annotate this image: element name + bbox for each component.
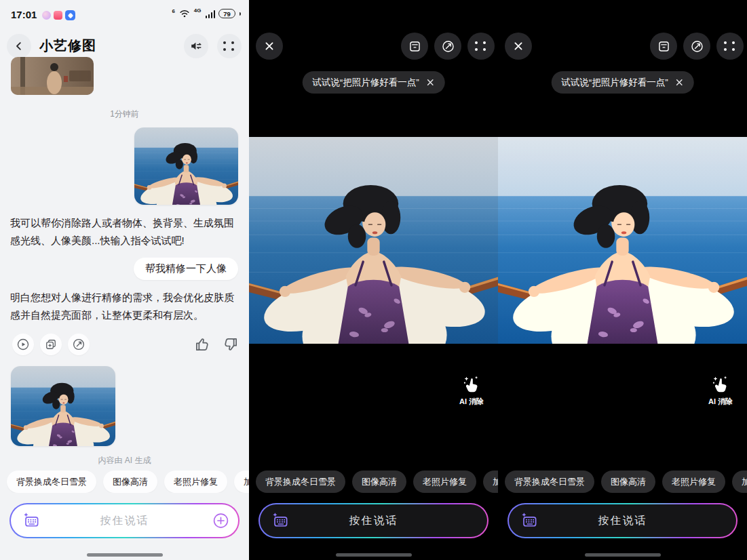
user-message-bubble: 帮我精修一下人像 xyxy=(134,258,238,280)
message-timestamp: 1分钟前 xyxy=(0,108,249,120)
sea-photo xyxy=(498,137,747,344)
ai-result-photo[interactable] xyxy=(11,366,115,446)
voice-hint-chip[interactable]: 试试说“把照片修好看一点” xyxy=(302,71,445,94)
close-icon xyxy=(263,39,276,53)
redo-arrow-icon xyxy=(690,39,704,54)
thumbs-up-icon[interactable] xyxy=(193,336,211,353)
more-menu-button[interactable] xyxy=(716,33,744,60)
regenerate-button[interactable] xyxy=(68,334,90,355)
ai-message: 我可以帮你消除路人或者物体、换背景、生成氛围感光线、人像美颜...快输入指令试试… xyxy=(10,214,241,249)
screen: 17:01 6 4G 79 xyxy=(0,0,747,560)
save-icon xyxy=(657,39,671,54)
save-button[interactable] xyxy=(401,33,428,60)
more-menu-button[interactable] xyxy=(467,33,495,60)
notification-icons xyxy=(42,10,75,20)
suggestion-chip[interactable]: 背景换成冬日雪景 xyxy=(505,471,594,493)
battery-icon: 79 xyxy=(218,9,235,18)
save-icon xyxy=(408,39,422,54)
signal-icon xyxy=(206,9,216,18)
copy-button[interactable] xyxy=(40,334,62,355)
page-title: 小艺修图 xyxy=(39,37,96,55)
editing-photo[interactable] xyxy=(498,137,747,344)
app-notification-icon xyxy=(42,11,51,20)
voice-hint-chip[interactable]: 试试说“把照片修好看一点” xyxy=(551,71,694,94)
thumbs-down-icon[interactable] xyxy=(222,336,240,353)
suggestion-chip[interactable]: 图像高清 xyxy=(103,471,157,493)
four-dots-icon xyxy=(724,41,736,51)
battery-percent: 79 xyxy=(223,10,231,18)
suggestion-chip[interactable]: 老照片修复 xyxy=(662,471,725,493)
feedback-row xyxy=(193,336,240,353)
clock: 17:01 xyxy=(11,9,37,20)
voice-input-bar[interactable]: 按住说话 xyxy=(9,503,240,538)
editor-action-row xyxy=(650,33,744,60)
play-audio-button[interactable] xyxy=(12,334,34,355)
keyboard-icon[interactable] xyxy=(520,512,539,530)
back-button[interactable] xyxy=(7,34,31,58)
voice-input-bar[interactable]: 按住说话 xyxy=(258,503,489,538)
chat-panel: 17:01 6 4G 79 xyxy=(0,0,249,560)
suggestion-chip[interactable]: 加配 xyxy=(732,471,747,493)
history-photo-thumbnail[interactable] xyxy=(11,57,94,95)
play-icon xyxy=(16,338,30,351)
speaker-icon xyxy=(189,39,204,54)
suggestion-chips: 背景换成冬日雪景 图像高清 老照片修复 加配 xyxy=(498,471,747,493)
suggestion-chip[interactable]: 加配 xyxy=(483,471,498,493)
ai-erase-label: AI 消除 xyxy=(701,397,740,407)
regenerate-icon xyxy=(72,338,85,351)
more-menu-button[interactable] xyxy=(217,34,242,58)
suggestion-chip[interactable]: 老照片修复 xyxy=(164,471,227,493)
read-aloud-button[interactable] xyxy=(184,34,208,58)
suggestion-chips: 背景换成冬日雪景 图像高清 老照片修复 加配 xyxy=(249,471,498,493)
dismiss-hint-icon[interactable] xyxy=(675,78,684,87)
home-indicator[interactable] xyxy=(585,553,661,557)
home-indicator[interactable] xyxy=(87,553,163,557)
close-editor-button[interactable] xyxy=(505,33,532,60)
street-photo xyxy=(11,57,94,95)
sea-photo xyxy=(11,366,115,446)
editing-photo[interactable] xyxy=(249,137,498,344)
add-attachment-button[interactable] xyxy=(212,513,229,529)
redo-compare-button[interactable] xyxy=(683,33,710,60)
suggestion-chip[interactable]: 老照片修复 xyxy=(413,471,476,493)
suggestion-chip[interactable]: 背景换成冬日雪景 xyxy=(7,471,96,493)
voice-input-bar[interactable]: 按住说话 xyxy=(507,503,738,538)
hint-text: 试试说“把照片修好看一点” xyxy=(312,77,419,89)
voice-input-label[interactable]: 按住说话 xyxy=(100,514,149,528)
suggestion-chip[interactable]: 图像高清 xyxy=(601,471,655,493)
voice-input-label[interactable]: 按住说话 xyxy=(598,514,647,528)
ai-erase-button[interactable]: AI 消除 xyxy=(701,374,740,407)
four-dots-icon xyxy=(223,41,235,51)
suggestion-chip[interactable]: 加配 xyxy=(234,471,249,493)
voice-input-label[interactable]: 按住说话 xyxy=(349,514,398,528)
ai-generated-note: 内容由 AI 生成 xyxy=(0,455,249,466)
home-indicator[interactable] xyxy=(336,553,412,557)
ai-erase-hand-icon xyxy=(461,374,482,395)
chat-header: 小艺修图 xyxy=(0,33,249,60)
ai-erase-hand-icon xyxy=(710,374,731,395)
message-action-row xyxy=(12,334,90,355)
redo-compare-button[interactable] xyxy=(434,33,461,60)
ai-erase-label: AI 消除 xyxy=(452,397,491,407)
wifi-icon xyxy=(178,8,191,18)
four-dots-icon xyxy=(475,41,487,51)
suggestion-chip[interactable]: 图像高清 xyxy=(352,471,406,493)
suggestion-chip[interactable]: 背景换成冬日雪景 xyxy=(256,471,345,493)
back-icon xyxy=(13,40,25,52)
editor-panel-after: 试试说“把照片修好看一点” AI 消除 背景换成冬日雪景 图像高清 老照片修复 … xyxy=(498,0,747,560)
keyboard-icon[interactable] xyxy=(22,512,41,530)
keyboard-icon[interactable] xyxy=(271,512,290,530)
wifi-standard-label: 6 xyxy=(172,8,174,14)
save-button[interactable] xyxy=(650,33,677,60)
dismiss-hint-icon[interactable] xyxy=(426,78,435,87)
ai-erase-button[interactable]: AI 消除 xyxy=(452,374,491,407)
user-sent-photo[interactable] xyxy=(134,127,238,205)
status-bar: 17:01 6 4G 79 xyxy=(0,0,249,27)
close-icon xyxy=(512,39,525,53)
ai-message: 明白您想对人像进行精修的需求，我会优化皮肤质感并自然提亮面部，让整体更柔和有层次… xyxy=(10,289,241,324)
sea-photo xyxy=(249,137,498,344)
editor-action-row xyxy=(401,33,495,60)
editor-panel-before: 试试说“把照片修好看一点” AI 消除 背景换成冬日雪景 图像高清 老照片修复 … xyxy=(249,0,498,560)
redo-arrow-icon xyxy=(441,39,455,54)
close-editor-button[interactable] xyxy=(256,33,283,60)
